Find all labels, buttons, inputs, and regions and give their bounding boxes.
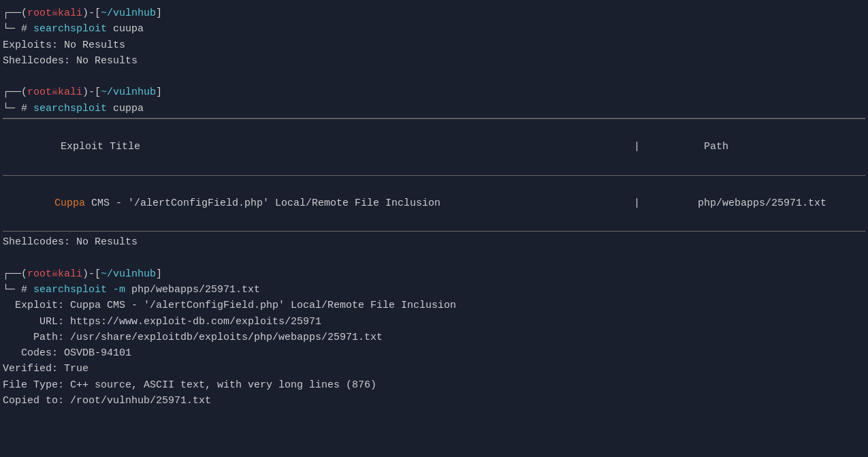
exploits-no-results-1: Exploits: No Results [3, 37, 125, 53]
prompt-bracket-mid-3: )-[ [82, 266, 101, 282]
detail-copied-text: Copied to: /root/vulnhub/25971.txt [3, 393, 211, 409]
command-line-2: └─ # searchsploit cuppa [3, 101, 865, 116]
results-table: Exploit Title | Path Cuppa CMS - '/alert… [3, 118, 865, 232]
detail-exploit: Exploit: Cuppa CMS - '/alertConfigField.… [3, 298, 865, 313]
blank-2 [3, 251, 865, 266]
exploit-name-rest: CMS - '/alertConfigField.php' Local/Remo… [85, 198, 440, 209]
detail-verified-label: Verified: True [3, 361, 89, 377]
command-arg-3: php/webapps/25971.txt [125, 282, 260, 298]
prompt-bracket-right-2: ] [156, 84, 162, 100]
path-value-1: php/webapps/25971.txt [692, 198, 826, 209]
detail-filetype: File Type: C++ source, ASCII text, with … [3, 377, 865, 393]
prompt-skull-1: ☠ [52, 5, 58, 21]
exploit-name-highlight: Cuppa [54, 198, 85, 209]
command-cmd-2: searchsploit [33, 101, 107, 116]
detail-path: Path: /usr/share/exploitdb/exploits/php/… [3, 330, 865, 345]
prompt-host-3: kali [58, 266, 82, 282]
command-arg-1: cuupa [107, 21, 144, 37]
prompt-skull-3: ☠ [52, 266, 58, 282]
detail-codes-label: Codes: OSVDB-94101 [3, 345, 131, 361]
detail-url-label: URL: https://www.exploit-db.com/exploits… [3, 314, 321, 330]
prompt-bracket-right-3: ] [156, 266, 162, 282]
blank-1 [3, 69, 865, 84]
command-line-3: └─ # searchsploit -m php/webapps/25971.t… [3, 282, 865, 298]
command-line-1: └─ # searchsploit cuupa [3, 21, 865, 37]
prompt-hash-sym-2: # [15, 101, 33, 116]
detail-verified: Verified: True [3, 361, 865, 377]
detail-path-label: Path: /usr/share/exploitdb/exploits/php/… [3, 330, 383, 345]
command-flag-3: -m [107, 282, 125, 298]
prompt-dir-3: ~/vulnhub [101, 266, 156, 282]
header-path-text: Path [692, 141, 728, 153]
prompt-bracket-left-1: ┌──( [3, 5, 27, 21]
prompt-bracket-left-3: ┌──( [3, 266, 27, 282]
prompt-line-1: ┌──(root☠kali)-[~/vulnhub] [3, 5, 865, 21]
table-header: Exploit Title | Path [3, 119, 865, 176]
prompt-hash-2: └─ [3, 101, 15, 116]
table-header-path: Path [640, 123, 865, 171]
detail-filetype-text: File Type: C++ source, ASCII text, with … [3, 377, 376, 393]
detail-copied: Copied to: /root/vulnhub/25971.txt [3, 393, 865, 409]
prompt-bracket-left-2: ┌──( [3, 84, 27, 100]
prompt-hash-sym-1: # [15, 21, 33, 37]
prompt-user-1: root [27, 5, 52, 21]
shellcodes-no-results-1: Shellcodes: No Results [3, 53, 138, 69]
output-exploits-1: Exploits: No Results [3, 37, 865, 53]
detail-codes: Codes: OSVDB-94101 [3, 345, 865, 361]
prompt-hash-3: └─ [3, 282, 15, 298]
output-shellcodes-2: Shellcodes: No Results [3, 234, 865, 250]
output-shellcodes-1: Shellcodes: No Results [3, 53, 865, 69]
command-arg-2: cuppa [107, 101, 144, 116]
table-sep-header: | [585, 123, 640, 171]
table-cell-title-1: Cuppa CMS - '/alertConfigField.php' Loca… [3, 180, 585, 227]
prompt-host-1: kali [58, 5, 82, 21]
table-header-title: Exploit Title [3, 123, 585, 171]
detail-exploit-label: Exploit: Cuppa CMS - '/alertConfigField.… [3, 298, 456, 313]
detail-url: URL: https://www.exploit-db.com/exploits… [3, 314, 865, 330]
terminal-window: ┌──(root☠kali)-[~/vulnhub] └─ # searchsp… [0, 0, 868, 457]
prompt-hash-sym-3: # [15, 282, 33, 298]
prompt-bracket-right-1: ] [156, 5, 162, 21]
prompt-user-2: root [27, 84, 52, 100]
prompt-hash-1: └─ [3, 21, 15, 37]
prompt-dir-2: ~/vulnhub [101, 84, 156, 100]
table-sep-1: | [585, 180, 640, 227]
prompt-line-2: ┌──(root☠kali)-[~/vulnhub] [3, 84, 865, 100]
prompt-line-3: ┌──(root☠kali)-[~/vulnhub] [3, 266, 865, 282]
table-row-1: Cuppa CMS - '/alertConfigField.php' Loca… [3, 176, 865, 232]
prompt-dir-1: ~/vulnhub [101, 5, 156, 21]
prompt-user-3: root [27, 266, 52, 282]
command-cmd-1: searchsploit [33, 21, 107, 37]
table-cell-path-1: php/webapps/25971.txt [640, 180, 865, 227]
prompt-skull-2: ☠ [52, 84, 58, 100]
command-cmd-3: searchsploit [33, 282, 107, 298]
prompt-bracket-mid-1: )-[ [82, 5, 101, 21]
header-title-text: Exploit Title [54, 141, 140, 153]
shellcodes-no-results-2: Shellcodes: No Results [3, 234, 138, 250]
prompt-bracket-mid-2: )-[ [82, 84, 101, 100]
prompt-host-2: kali [58, 84, 82, 100]
